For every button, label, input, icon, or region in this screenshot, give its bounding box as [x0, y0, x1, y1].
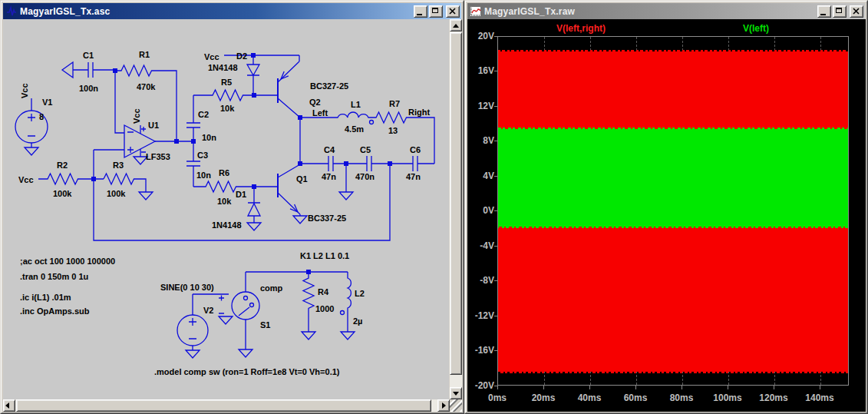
svg-text:BC337-25: BC337-25 — [308, 214, 346, 223]
component-Q2[interactable]: BC327-25 Q2 Left — [256, 55, 348, 164]
svg-text:R3: R3 — [113, 161, 124, 170]
arrow-down-icon — [453, 392, 459, 396]
x-axis-label: 80ms — [660, 392, 703, 403]
svg-text:10n: 10n — [196, 171, 211, 180]
component-R3[interactable]: R3 100k — [104, 161, 153, 200]
trace-v-left — [498, 129, 848, 227]
svg-text:Q2: Q2 — [309, 98, 321, 107]
spice-directive-inc[interactable]: .inc OpAmps.sub — [20, 306, 90, 316]
component-D1[interactable]: D1 1N4148 — [212, 189, 261, 230]
svg-text:R1: R1 — [139, 50, 150, 59]
component-R2[interactable]: Vcc R2 100k — [18, 161, 104, 198]
scroll-right-button[interactable] — [437, 399, 450, 412]
y-axis-label: 16V — [467, 65, 494, 76]
schematic-drawing[interactable]: Vcc V1 8 C1 100n R1 470k — [3, 19, 449, 399]
schematic-window: MagyarIGSL_Tx.asc Vcc V1 8 — [0, 0, 464, 414]
scroll-left-button[interactable] — [3, 399, 15, 412]
y-axis-label: -20V — [467, 380, 494, 391]
vertical-scroll-thumb[interactable] — [450, 32, 462, 375]
y-axis-label: 20V — [467, 31, 494, 41]
minimize-button[interactable] — [414, 5, 427, 18]
scroll-up-button[interactable] — [450, 19, 462, 31]
rail-ground[interactable] — [339, 166, 353, 200]
svg-text:C4: C4 — [324, 145, 335, 154]
ground-symbol — [247, 223, 261, 230]
y-axis-tick — [494, 246, 498, 247]
spice-directive-model[interactable]: .model comp sw (ron=1 Roff=1e8 Vt=0 Vh=0… — [154, 367, 340, 376]
minimize-icon — [417, 14, 422, 15]
close-button[interactable] — [446, 5, 460, 18]
x-axis-tick — [589, 386, 590, 389]
y-axis-tick — [494, 280, 498, 281]
x-axis-tick — [820, 386, 820, 389]
component-C5[interactable]: C5 470n — [346, 145, 390, 181]
x-axis-label: 20ms — [522, 392, 565, 403]
y-axis-label: -16V — [467, 345, 494, 356]
schematic-canvas[interactable]: Vcc V1 8 C1 100n R1 470k — [3, 19, 449, 399]
ground-symbol — [293, 216, 307, 224]
schematic-titlebar[interactable]: MagyarIGSL_Tx.asc — [3, 3, 461, 19]
spice-directive-tran[interactable]: .tran 0 150m 0 1u — [20, 272, 88, 281]
svg-text:470k: 470k — [137, 82, 156, 91]
component-R7[interactable]: R7 13 Right — [370, 99, 434, 164]
s1-model-label: comp — [260, 283, 283, 293]
svg-text:R7: R7 — [389, 99, 400, 108]
svg-text:R6: R6 — [219, 168, 229, 177]
y-axis-label: -4V — [467, 240, 494, 251]
component-C2[interactable]: C2 10n — [186, 95, 216, 142]
resize-grip[interactable] — [450, 399, 462, 412]
component-S1[interactable]: comp S1 — [219, 272, 348, 357]
component-C3[interactable]: C3 10n — [186, 141, 211, 187]
maximize-button[interactable] — [833, 5, 847, 18]
legend-trace-left[interactable]: V(left) — [743, 23, 769, 34]
svg-text:100k: 100k — [53, 189, 72, 198]
ground-symbol — [25, 147, 38, 155]
y-axis-tick — [494, 350, 498, 351]
svg-text:V2: V2 — [203, 306, 213, 315]
x-axis-tick — [774, 386, 774, 389]
minimize-button[interactable] — [817, 5, 831, 18]
svg-text:2µ: 2µ — [353, 316, 362, 326]
svg-text:13: 13 — [388, 126, 398, 135]
svg-text:10k: 10k — [217, 197, 232, 206]
component-C6[interactable]: C6 47n — [390, 145, 434, 181]
horizontal-scrollbar[interactable] — [3, 399, 450, 412]
y-axis-tick — [494, 176, 498, 177]
feedback-wire[interactable] — [94, 164, 390, 240]
component-V1[interactable]: Vcc V1 8 — [15, 83, 52, 155]
component-L2[interactable]: L2 2µ — [341, 272, 365, 339]
ground-symbol — [302, 332, 315, 339]
net-label-vcc: Vcc — [132, 108, 141, 124]
spice-directive-k1[interactable]: K1 L2 L1 0.1 — [300, 251, 349, 260]
y-axis-tick — [494, 210, 498, 211]
spice-directive-ic[interactable]: .ic i(L1) .01m — [20, 293, 71, 302]
y-axis-tick — [494, 71, 498, 71]
component-C1[interactable]: C1 100n — [62, 51, 113, 93]
legend-trace-left-right[interactable]: V(left,right) — [556, 23, 606, 34]
arrow-left-icon — [5, 402, 9, 409]
spice-directive-ac[interactable]: ;ac oct 100 1000 100000 — [20, 257, 115, 266]
waveform-titlebar[interactable]: MagyarIGSL_Tx.raw — [467, 3, 865, 19]
svg-text:10n: 10n — [202, 133, 216, 142]
x-axis-tick — [543, 386, 544, 389]
x-axis-label: 40ms — [568, 392, 611, 403]
x-axis-tick — [728, 386, 728, 389]
svg-text:470n: 470n — [355, 172, 375, 181]
ground-symbol — [239, 349, 252, 357]
svg-text:1N4148: 1N4148 — [212, 220, 242, 230]
component-V2[interactable]: SINE(0 10 30) V2 — [160, 283, 229, 358]
close-icon — [853, 8, 860, 15]
vertical-scrollbar[interactable] — [450, 19, 462, 399]
horizontal-scroll-thumb[interactable] — [16, 399, 431, 412]
component-R4[interactable]: R4 1000 — [302, 272, 334, 339]
maximize-button[interactable] — [429, 5, 443, 18]
waveform-client-area[interactable]: V(left,right) V(left) 20V 16V — [467, 19, 866, 412]
component-D2[interactable]: Vcc D2 1N4148 — [204, 51, 299, 95]
x-axis-label: 140ms — [798, 392, 841, 403]
close-button[interactable] — [850, 5, 863, 18]
window-title: MagyarIGSL_Tx.raw — [484, 6, 575, 17]
y-axis-label: 4V — [467, 171, 494, 181]
scroll-down-button[interactable] — [450, 387, 462, 399]
component-R5[interactable]: R5 10k — [193, 78, 254, 113]
plot-area[interactable] — [497, 36, 849, 386]
